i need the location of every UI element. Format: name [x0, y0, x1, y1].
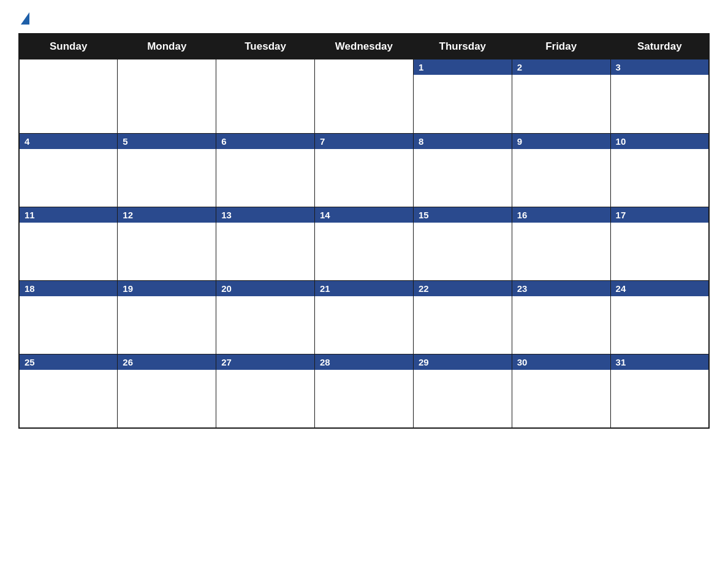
calendar-day-cell: 24 [610, 281, 709, 354]
calendar-day-cell: 15 [413, 207, 512, 281]
calendar-day-cell: 10 [610, 134, 709, 207]
calendar-table: Sunday Monday Tuesday Wednesday Thursday… [18, 33, 710, 429]
calendar-day-cell: 29 [413, 354, 512, 429]
day-number: 7 [315, 134, 413, 149]
day-number: 21 [315, 281, 413, 296]
calendar-day-cell: 31 [610, 354, 709, 429]
day-number: 17 [611, 207, 708, 223]
header-thursday: Thursday [413, 34, 512, 59]
calendar-day-cell: 27 [216, 354, 315, 429]
logo [18, 12, 29, 23]
calendar-day-cell: 19 [118, 281, 216, 354]
day-number: 25 [20, 354, 117, 370]
calendar-day-cell: 25 [19, 354, 118, 429]
calendar-day-cell: 8 [413, 134, 512, 207]
day-number: 19 [118, 281, 216, 296]
day-number: 6 [216, 134, 314, 149]
calendar-day-cell [216, 59, 315, 134]
day-number: 1 [414, 59, 512, 75]
day-number: 14 [315, 207, 413, 223]
day-number: 8 [414, 134, 512, 149]
calendar-day-cell: 13 [216, 207, 315, 281]
day-number: 29 [414, 354, 512, 370]
day-number: 20 [216, 281, 314, 296]
logo-triangle-icon [21, 12, 29, 25]
day-number: 3 [611, 59, 708, 75]
calendar-day-cell: 16 [512, 207, 610, 281]
day-number: 13 [216, 207, 314, 223]
day-number: 18 [20, 281, 117, 296]
calendar-day-cell: 7 [315, 134, 414, 207]
calendar-day-cell: 2 [512, 59, 610, 134]
calendar-day-cell: 14 [315, 207, 414, 281]
calendar-day-cell: 20 [216, 281, 315, 354]
day-number: 23 [512, 281, 610, 296]
header-sunday: Sunday [19, 34, 118, 59]
day-number: 4 [20, 134, 117, 149]
calendar-week-row: 45678910 [19, 134, 709, 207]
day-number: 27 [216, 354, 314, 370]
day-number: 30 [512, 354, 610, 370]
header-friday: Friday [512, 34, 610, 59]
calendar-week-row: 25262728293031 [19, 354, 709, 429]
day-number: 11 [20, 207, 117, 223]
calendar-day-cell: 11 [19, 207, 118, 281]
calendar-day-cell: 30 [512, 354, 610, 429]
day-number: 15 [414, 207, 512, 223]
calendar-day-cell [19, 59, 118, 134]
day-number: 9 [512, 134, 610, 149]
day-number: 2 [512, 59, 610, 75]
day-number: 10 [611, 134, 708, 149]
day-number: 5 [118, 134, 216, 149]
day-number: 31 [611, 354, 708, 370]
calendar-day-cell: 17 [610, 207, 709, 281]
day-number: 16 [512, 207, 610, 223]
calendar-day-cell: 26 [118, 354, 216, 429]
day-number: 24 [611, 281, 708, 296]
calendar-day-cell: 23 [512, 281, 610, 354]
day-number: 28 [315, 354, 413, 370]
calendar-day-cell: 21 [315, 281, 414, 354]
calendar-day-cell: 1 [413, 59, 512, 134]
weekday-header-row: Sunday Monday Tuesday Wednesday Thursday… [19, 34, 709, 59]
header-saturday: Saturday [610, 34, 709, 59]
calendar-day-cell: 3 [610, 59, 709, 134]
calendar-day-cell [315, 59, 414, 134]
calendar-day-cell [118, 59, 216, 134]
day-number: 12 [118, 207, 216, 223]
day-number: 26 [118, 354, 216, 370]
header-wednesday: Wednesday [315, 34, 414, 59]
calendar-day-cell: 12 [118, 207, 216, 281]
calendar-week-row: 123 [19, 59, 709, 134]
calendar-day-cell: 18 [19, 281, 118, 354]
calendar-day-cell: 5 [118, 134, 216, 207]
calendar-day-cell: 28 [315, 354, 414, 429]
calendar-week-row: 18192021222324 [19, 281, 709, 354]
calendar-day-cell: 22 [413, 281, 512, 354]
calendar-day-cell: 4 [19, 134, 118, 207]
calendar-day-cell: 9 [512, 134, 610, 207]
header-tuesday: Tuesday [216, 34, 315, 59]
header-monday: Monday [118, 34, 216, 59]
calendar-week-row: 11121314151617 [19, 207, 709, 281]
calendar-day-cell: 6 [216, 134, 315, 207]
page-header [18, 12, 710, 23]
day-number: 22 [414, 281, 512, 296]
